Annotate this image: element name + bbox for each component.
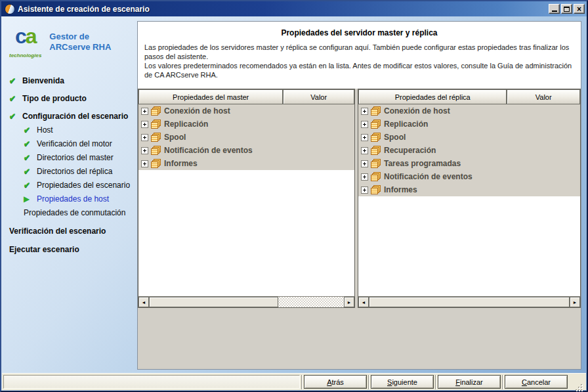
expand-plus-icon[interactable] bbox=[141, 147, 148, 154]
finish-button[interactable]: Finalizar bbox=[438, 375, 501, 389]
button-label: ancelar bbox=[527, 378, 551, 386]
tree-row-informes[interactable]: Informes bbox=[358, 183, 580, 196]
maximize-icon bbox=[564, 7, 570, 12]
expand-plus-icon[interactable] bbox=[141, 134, 148, 141]
scroll-right-icon[interactable]: ► bbox=[344, 297, 354, 307]
maximize-button[interactable] bbox=[561, 4, 572, 14]
check-icon: ✔ bbox=[24, 125, 37, 135]
button-label: iguiente bbox=[392, 378, 417, 386]
page-title: Propiedades del servidor master y réplic… bbox=[138, 22, 581, 37]
wizard-content: Propiedades del servidor master y réplic… bbox=[137, 21, 581, 370]
tree-row-spool[interactable]: Spool bbox=[138, 131, 354, 144]
sidebar-step-directorios-del-master[interactable]: ✔ Directorios del master bbox=[5, 153, 135, 162]
expand-plus-icon[interactable] bbox=[361, 173, 368, 181]
current-step-arrow-icon: ▶ bbox=[24, 194, 37, 204]
replica-name-column-header[interactable]: Propiedades del réplica bbox=[358, 89, 507, 104]
minimize-button[interactable] bbox=[549, 4, 560, 14]
expand-plus-icon[interactable] bbox=[361, 134, 368, 141]
master-value-column-header[interactable]: Valor bbox=[283, 89, 354, 104]
resize-grip-icon[interactable] bbox=[576, 384, 577, 385]
replica-value-column-header[interactable]: Valor bbox=[507, 89, 580, 104]
sidebar-step-verificacion-del-escenario[interactable]: Verificación del escenario bbox=[5, 227, 135, 236]
step-label: Propiedades de host bbox=[37, 194, 109, 204]
sidebar-step-propiedades-de-conmutacion[interactable]: Propiedades de conmutación bbox=[5, 208, 135, 217]
step-label: Directorios del master bbox=[37, 153, 114, 162]
tree-row-spool[interactable]: Spool bbox=[358, 131, 580, 144]
property-group-icon bbox=[370, 146, 382, 156]
master-panel-header: Propiedades del master Valor bbox=[138, 89, 354, 104]
logo-letter-c: c bbox=[15, 24, 26, 48]
cancel-button[interactable]: Cancelar bbox=[505, 375, 568, 389]
sidebar-step-ejecutar-escenario[interactable]: Ejecutar escenario bbox=[5, 245, 135, 254]
scrollbar-thumb[interactable] bbox=[149, 297, 278, 307]
wizard-footer: Atrás Siguiente Finalizar Cancelar bbox=[2, 373, 586, 390]
tree-row-recuperacion[interactable]: Recuperación bbox=[358, 144, 580, 157]
scrollbar-track[interactable] bbox=[278, 297, 344, 307]
tree-row-tareas-programadas[interactable]: Tareas programadas bbox=[358, 157, 580, 170]
scroll-left-icon[interactable]: ◄ bbox=[138, 297, 149, 307]
button-accel: C bbox=[522, 378, 527, 386]
button-accel: F bbox=[455, 378, 460, 386]
tree-row-label: Conexión de host bbox=[164, 106, 230, 116]
step-label: Verificación del escenario bbox=[9, 227, 106, 236]
expand-plus-icon[interactable] bbox=[141, 160, 148, 167]
tree-row-label: Replicación bbox=[384, 120, 428, 129]
expand-plus-icon[interactable] bbox=[141, 121, 148, 128]
check-icon: ✔ bbox=[9, 94, 22, 103]
step-label: Verificación del motor bbox=[37, 139, 112, 148]
replica-properties-tree: Conexión de host Replicación Spool bbox=[358, 104, 580, 296]
property-group-icon bbox=[370, 120, 382, 129]
footer-separator bbox=[368, 375, 369, 389]
description-paragraph: Los valores predeterminados recomendados… bbox=[144, 61, 573, 79]
tree-row-informes[interactable]: Informes bbox=[138, 157, 354, 170]
sidebar-step-propiedades-del-escenario[interactable]: ✔ Propiedades del escenario bbox=[5, 181, 135, 190]
tree-row-notificacion-de-eventos[interactable]: Notificación de eventos bbox=[138, 144, 354, 157]
master-name-column-header[interactable]: Propiedades del master bbox=[138, 89, 283, 104]
back-button[interactable]: Atrás bbox=[304, 375, 367, 389]
expand-plus-icon[interactable] bbox=[361, 147, 368, 154]
expand-plus-icon[interactable] bbox=[141, 108, 148, 115]
replica-horizontal-scrollbar[interactable]: ◄ ► bbox=[358, 296, 580, 307]
check-icon: ✔ bbox=[24, 153, 37, 162]
scroll-left-icon[interactable]: ◄ bbox=[358, 297, 369, 307]
expand-plus-icon[interactable] bbox=[361, 108, 368, 115]
tree-row-conexion-de-host[interactable]: Conexión de host bbox=[358, 104, 580, 118]
tree-row-conexion-de-host[interactable]: Conexión de host bbox=[138, 104, 354, 118]
tree-row-label: Informes bbox=[164, 159, 198, 168]
property-group-icon bbox=[370, 106, 382, 116]
button-accel: S bbox=[387, 378, 392, 386]
scrollbar-thumb[interactable] bbox=[369, 297, 570, 307]
wizard-sidebar: ca technologies Gestor de ARCserve RHA ✔… bbox=[5, 21, 135, 367]
tree-row-label: Tareas programadas bbox=[384, 159, 461, 168]
next-button[interactable]: Siguiente bbox=[371, 375, 434, 389]
tree-row-label: Recuperación bbox=[384, 146, 436, 155]
button-accel: A bbox=[327, 378, 331, 386]
close-button[interactable]: × bbox=[574, 4, 585, 14]
master-properties-panel: Propiedades del master Valor Conexión de… bbox=[138, 89, 355, 308]
master-horizontal-scrollbar[interactable]: ◄ ► bbox=[138, 296, 354, 307]
tree-row-replicacion[interactable]: Replicación bbox=[358, 118, 580, 131]
sidebar-step-host[interactable]: ✔ Host bbox=[5, 125, 135, 135]
expand-plus-icon[interactable] bbox=[361, 121, 368, 128]
sidebar-step-directorios-del-replica[interactable]: ✔ Directorios del réplica bbox=[5, 167, 135, 176]
sidebar-step-verificacion-del-motor[interactable]: ✔ Verificación del motor bbox=[5, 139, 135, 148]
expand-plus-icon[interactable] bbox=[361, 186, 368, 194]
window-title: Asistente de creación de escenario bbox=[18, 5, 547, 14]
property-group-icon bbox=[370, 133, 382, 142]
sidebar-step-configuracion-del-escenario[interactable]: ✔ Configuración del escenario bbox=[5, 112, 135, 121]
description-paragraph: Las propiedades de los servidores master… bbox=[144, 43, 573, 61]
sidebar-step-tipo-de-producto[interactable]: ✔ Tipo de producto bbox=[5, 94, 135, 103]
scroll-right-icon[interactable]: ► bbox=[570, 297, 580, 307]
page-description: Las propiedades de los servidores master… bbox=[138, 37, 581, 79]
property-group-icon bbox=[150, 120, 162, 129]
tree-row-replicacion[interactable]: Replicación bbox=[138, 118, 354, 131]
property-group-icon bbox=[150, 106, 162, 116]
tree-row-notificacion-de-eventos[interactable]: Notificación de eventos bbox=[358, 170, 580, 183]
wizard-window: Asistente de creación de escenario × ca … bbox=[0, 0, 588, 392]
sidebar-step-propiedades-de-host[interactable]: ▶ Propiedades de host bbox=[5, 194, 135, 204]
replica-panel-header: Propiedades del réplica Valor bbox=[358, 89, 580, 104]
expand-plus-icon[interactable] bbox=[361, 160, 368, 167]
replica-properties-panel: Propiedades del réplica Valor Conexión d… bbox=[358, 89, 581, 308]
sidebar-step-bienvenida[interactable]: ✔ Bienvenida bbox=[5, 76, 135, 85]
product-name-line1: Gestor de bbox=[49, 32, 111, 42]
